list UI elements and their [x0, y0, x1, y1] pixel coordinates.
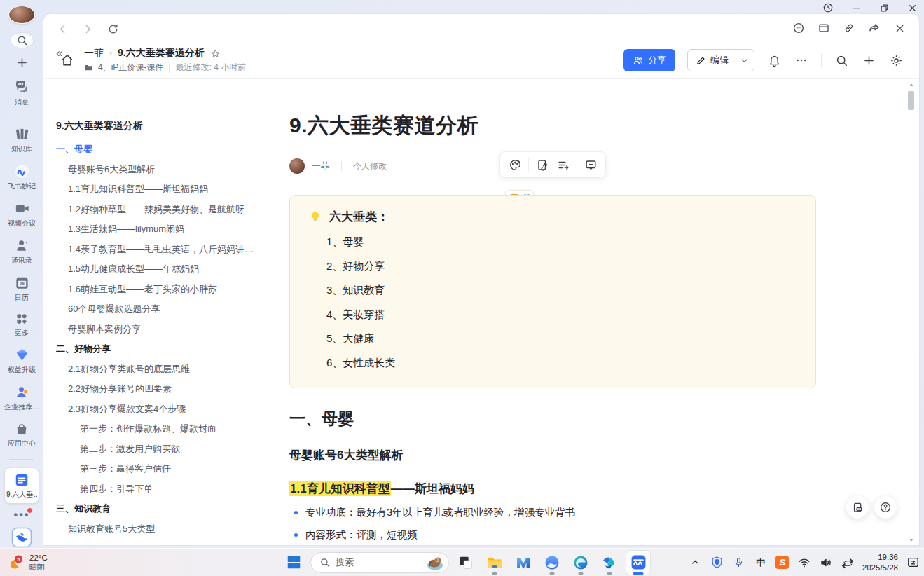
- sidebar-item-appcenter[interactable]: 应用中心: [8, 421, 36, 448]
- sidebar-item-calendar[interactable]: 28 日历: [14, 275, 30, 303]
- docs-app-button[interactable]: [598, 551, 621, 575]
- create-button[interactable]: [11, 55, 33, 70]
- weather-widget[interactable]: 5 22°C 晴朗: [7, 554, 48, 572]
- callout-item[interactable]: 5、大健康: [308, 332, 797, 345]
- outline-item[interactable]: 1.5幼儿健康成长型——年糕妈妈: [56, 263, 282, 273]
- edit-button[interactable]: 编辑: [687, 49, 754, 71]
- callout-item[interactable]: 1、母婴: [308, 235, 797, 249]
- theme-palette-icon[interactable]: [504, 155, 525, 174]
- outline-item[interactable]: 1.6萌娃互动型——老丁头家的小胖苏: [56, 284, 282, 294]
- settings-gear-icon[interactable]: [888, 53, 904, 68]
- outline-item[interactable]: 二、好物分享: [56, 343, 282, 353]
- security-shield-icon[interactable]: [710, 556, 724, 570]
- restore-button[interactable]: [878, 1, 890, 14]
- sidebar-item-minutes[interactable]: 飞书妙记: [8, 163, 36, 191]
- sidebar-item-more[interactable]: 更多: [15, 312, 29, 338]
- quark-browser-button[interactable]: [540, 551, 564, 575]
- sogou-input-icon[interactable]: S: [775, 556, 789, 570]
- breadcrumb-owner[interactable]: 一菲: [84, 47, 104, 60]
- notification-center-icon[interactable]: [906, 556, 920, 570]
- outline-item[interactable]: 母婴账号6大类型解析: [56, 164, 282, 174]
- sync-update-icon[interactable]: [841, 556, 855, 570]
- volume-icon[interactable]: [819, 556, 833, 570]
- start-button[interactable]: [282, 551, 305, 575]
- bullet-item[interactable]: 内容形式：评测，短视频: [289, 528, 816, 542]
- header-search-icon[interactable]: [834, 53, 849, 68]
- taskbar-search[interactable]: 搜索: [310, 552, 449, 573]
- doc-scrollbar[interactable]: ▲ ▼: [907, 83, 916, 542]
- outline-item[interactable]: 三、知识教育: [56, 503, 282, 513]
- doc-link-icon[interactable]: [532, 155, 553, 174]
- author-avatar[interactable]: [289, 158, 305, 174]
- mail-m-app-button[interactable]: [511, 551, 535, 575]
- sidebar-item-referral[interactable]: 企业推荐…: [4, 384, 39, 412]
- callout-item[interactable]: 4、美妆穿搭: [308, 308, 797, 322]
- export-list-icon[interactable]: [553, 155, 574, 174]
- edge-browser-button[interactable]: [569, 551, 593, 575]
- star-icon[interactable]: [210, 48, 221, 59]
- author-name[interactable]: 一菲: [312, 160, 330, 172]
- share-button[interactable]: 分享: [623, 49, 675, 71]
- minimize-button[interactable]: [850, 1, 862, 14]
- more-options-icon[interactable]: [794, 53, 809, 68]
- callout-item[interactable]: 3、知识教育: [308, 284, 797, 297]
- copy-link-icon[interactable]: [842, 21, 856, 35]
- comment-circle-icon[interactable]: [792, 21, 806, 35]
- outline-item[interactable]: 第四步：引导下单: [56, 484, 282, 493]
- search-highlight-otter[interactable]: [425, 554, 446, 571]
- outline-item[interactable]: 一、母婴: [56, 144, 282, 153]
- outline-item[interactable]: 第三步：赢得客户信任: [56, 463, 282, 473]
- nav-back-button[interactable]: [55, 21, 70, 36]
- scrollbar-thumb[interactable]: [908, 91, 914, 110]
- outline-item[interactable]: 知识教育账号5大类型: [56, 523, 282, 533]
- notifications-bell-icon[interactable]: [766, 53, 782, 68]
- tray-chevron-up-icon[interactable]: [689, 556, 703, 570]
- feishu-docs-active-button[interactable]: [626, 551, 650, 575]
- microphone-icon[interactable]: [732, 556, 746, 570]
- input-method-icon[interactable]: 中: [754, 556, 768, 570]
- outline-item[interactable]: 1.2好物种草型——辣妈美美好物、是航航呀: [56, 204, 282, 214]
- sidebar-item-upgrade[interactable]: 权益升级: [8, 347, 36, 375]
- outline-item[interactable]: 第二步：激发用户购买欲: [56, 444, 282, 453]
- outline-item[interactable]: 60个母婴爆款选题分享: [56, 303, 282, 313]
- open-in-window-icon[interactable]: [817, 21, 831, 35]
- edit-dropdown[interactable]: [735, 56, 754, 65]
- outline-item[interactable]: 1.3生活辣妈——lilymum闹妈: [56, 224, 282, 233]
- file-explorer-button[interactable]: [483, 551, 506, 575]
- outline-item[interactable]: 1.1育儿知识科普型——斯坦福妈妈: [56, 184, 282, 193]
- outline-item[interactable]: 第一步：创作爆款标题、爆款封面: [56, 423, 282, 433]
- callout-block[interactable]: 六大垂类： 1、母婴2、好物分享3、知识教育4、美妆穿搭5、大健康6、女性成长类: [289, 195, 816, 388]
- outline-item[interactable]: 1.4亲子教育型——毛毛虫英语，八斤妈妈讲…: [56, 244, 282, 254]
- outline-doc-title[interactable]: 9.六大垂类赛道分析: [56, 120, 282, 132]
- open-doc-tab[interactable]: 9.六大垂…: [5, 468, 39, 503]
- rail-more-button[interactable]: •••: [10, 509, 34, 521]
- collapse-outline-icon[interactable]: «: [56, 46, 62, 60]
- help-question-icon[interactable]: [874, 496, 897, 519]
- bullet-item[interactable]: 专业功底：最好有3年以上育儿或者职业经验，增强专业背书: [289, 506, 816, 519]
- feishu-logo[interactable]: [11, 527, 32, 548]
- outline-item[interactable]: 2.1好物分享类账号的底层思维: [56, 364, 282, 373]
- sidebar-item-meetings[interactable]: 视频会议: [8, 200, 36, 228]
- outline-item[interactable]: 2.3好物分享爆款文案4个步骤: [56, 404, 282, 413]
- share-forward-icon[interactable]: [867, 21, 881, 35]
- sidebar-item-messages[interactable]: 消息: [13, 78, 30, 107]
- folder-name[interactable]: 4、iP正价课-课件: [98, 62, 163, 74]
- nav-forward-button[interactable]: [80, 21, 95, 36]
- user-avatar[interactable]: [8, 6, 35, 24]
- breadcrumb-doc-title[interactable]: 9.六大垂类赛道分析: [118, 47, 205, 60]
- outline-item[interactable]: 母婴脚本案例分享: [56, 324, 282, 334]
- feedback-doc-icon[interactable]: [846, 496, 869, 519]
- callout-item[interactable]: 6、女性成长类: [308, 357, 797, 370]
- close-tab-icon[interactable]: [892, 21, 906, 35]
- close-button[interactable]: [906, 1, 918, 14]
- scroll-up-arrow[interactable]: ▲: [909, 83, 914, 87]
- wifi-icon[interactable]: [797, 556, 811, 570]
- history-icon[interactable]: [822, 1, 834, 14]
- sidebar-item-wiki[interactable]: 知识库: [11, 126, 32, 154]
- task-view-button[interactable]: [454, 551, 478, 575]
- taskbar-clock[interactable]: 19:36 2025/5/28: [862, 552, 898, 572]
- scroll-down-arrow[interactable]: ▼: [909, 538, 914, 542]
- search-button[interactable]: [11, 33, 33, 48]
- new-tab-plus-icon[interactable]: [861, 53, 876, 68]
- comment-bubble-icon[interactable]: [580, 155, 601, 174]
